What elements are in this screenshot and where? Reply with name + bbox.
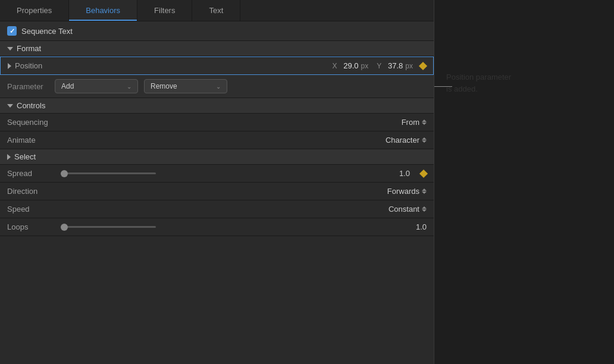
sequence-text-row: Sequence Text — [0, 21, 434, 41]
spread-slider-track[interactable] — [61, 172, 156, 174]
direction-value: Forwards — [387, 187, 419, 196]
speed-row: Speed Constant — [0, 200, 434, 218]
animate-value: Character — [386, 136, 419, 145]
remove-dropdown[interactable]: Remove ⌄ — [144, 79, 227, 93]
loops-label: Loops — [7, 222, 55, 231]
sequencing-stepper-down[interactable] — [422, 123, 427, 125]
direction-label: Direction — [7, 187, 67, 196]
loops-row: Loops 1.0 — [0, 218, 434, 236]
annotation-line — [434, 86, 452, 87]
speed-value-group: Constant — [389, 205, 427, 214]
x-label: X — [333, 62, 337, 70]
tab-text[interactable]: Text — [192, 0, 240, 21]
direction-stepper-up[interactable] — [422, 189, 427, 191]
format-section-header[interactable]: Format — [0, 41, 434, 57]
tab-properties[interactable]: Properties — [0, 0, 69, 21]
direction-value-group: Forwards — [387, 187, 427, 196]
annotation-area: Position parameter is added. — [434, 0, 614, 364]
remove-dropdown-arrow: ⌄ — [216, 83, 221, 90]
add-dropdown[interactable]: Add ⌄ — [55, 79, 138, 93]
tab-behaviors[interactable]: Behaviors — [69, 0, 137, 21]
animate-row: Animate Character — [0, 131, 434, 149]
animate-stepper[interactable] — [422, 137, 427, 143]
spread-label: Spread — [7, 169, 55, 178]
select-section-header[interactable]: Select — [0, 149, 434, 165]
parameter-label: Parameter — [7, 82, 49, 91]
keyframe-diamond[interactable] — [419, 61, 427, 70]
panel-content: Sequence Text Format Position X 29.0 px … — [0, 21, 434, 364]
panel: Properties Behaviors Filters Text Sequen… — [0, 0, 434, 364]
select-expand-icon — [7, 154, 11, 160]
x-value: 29.0 — [340, 61, 359, 70]
speed-stepper-up[interactable] — [422, 206, 427, 209]
remove-dropdown-label: Remove — [151, 82, 177, 90]
spread-value: 1.0 — [392, 169, 410, 178]
position-label: Position — [15, 61, 62, 70]
animate-value-group: Character — [386, 136, 427, 145]
direction-stepper[interactable] — [422, 189, 427, 194]
add-dropdown-label: Add — [61, 82, 74, 90]
add-dropdown-arrow: ⌄ — [127, 83, 131, 90]
format-collapse-icon — [7, 47, 13, 51]
x-unit: px — [361, 62, 369, 70]
animate-label: Animate — [7, 136, 67, 145]
sequencing-stepper[interactable] — [422, 120, 427, 125]
controls-label: Controls — [17, 101, 45, 110]
parameter-row: Parameter Add ⌄ Remove ⌄ — [0, 75, 434, 98]
controls-collapse-icon — [7, 104, 13, 108]
speed-stepper-down[interactable] — [422, 209, 427, 212]
spread-keyframe-diamond[interactable] — [419, 169, 428, 177]
animate-stepper-up[interactable] — [422, 137, 427, 140]
format-label: Format — [17, 44, 41, 53]
tab-filters[interactable]: Filters — [137, 0, 192, 21]
speed-value: Constant — [389, 205, 419, 214]
controls-section-header[interactable]: Controls — [0, 98, 434, 114]
position-expand-icon — [8, 63, 11, 69]
y-unit: px — [405, 62, 413, 70]
position-row: Position X 29.0 px Y 37.8 px — [0, 57, 434, 75]
spread-row: Spread 1.0 — [0, 165, 434, 183]
direction-row: Direction Forwards — [0, 183, 434, 200]
animate-stepper-down[interactable] — [422, 140, 427, 143]
direction-stepper-down[interactable] — [422, 192, 427, 194]
sequencing-stepper-up[interactable] — [422, 120, 427, 122]
loops-value: 1.0 — [409, 222, 427, 231]
position-coords: X 29.0 px Y 37.8 px — [333, 61, 426, 70]
speed-stepper[interactable] — [422, 206, 427, 212]
loops-slider-thumb[interactable] — [61, 224, 68, 231]
sequence-text-checkbox[interactable] — [7, 26, 17, 36]
sequencing-value-group: From — [402, 118, 427, 127]
speed-label: Speed — [7, 205, 67, 214]
y-value: 37.8 — [384, 61, 403, 70]
spread-slider-thumb[interactable] — [61, 170, 68, 177]
main-layout: Properties Behaviors Filters Text Sequen… — [0, 0, 614, 364]
sequencing-label: Sequencing — [7, 118, 67, 127]
loops-slider-track[interactable] — [61, 226, 156, 228]
sequencing-row: Sequencing From — [0, 114, 434, 131]
y-label: Y — [377, 62, 381, 70]
sequencing-value: From — [402, 118, 419, 127]
tab-bar: Properties Behaviors Filters Text — [0, 0, 434, 21]
sequence-text-label: Sequence Text — [21, 27, 73, 36]
select-label: Select — [14, 152, 36, 161]
annotation-text: Position parameter is added. — [446, 71, 511, 95]
